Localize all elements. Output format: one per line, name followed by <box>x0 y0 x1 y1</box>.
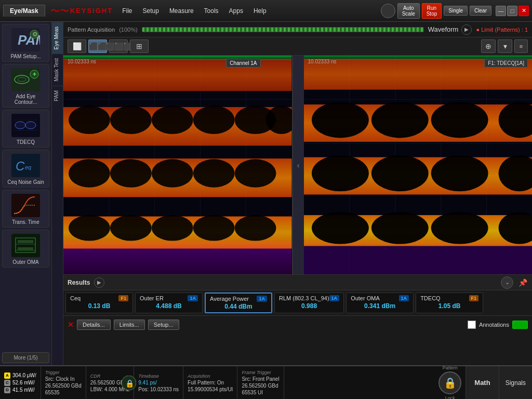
view-toolbar: ⬜ ⬛⬛ ⬛⬛⬛ ⊞ ⊕ ▾ ≡ <box>63 37 532 56</box>
results-collapse-button[interactable]: ⌄ <box>501 276 513 289</box>
svg-point-46 <box>110 159 152 187</box>
ch-d-indicator: D 41.5 mW/ <box>4 387 36 393</box>
signals-button[interactable]: Signals <box>499 366 532 399</box>
circle-button[interactable] <box>381 4 395 18</box>
channel-f1-display: 10.02333 ns F1: TDECQ[1A] <box>304 56 533 274</box>
pam-label: PAM Setup... <box>10 54 41 59</box>
ceq-label: Ceq Noise Gain <box>7 179 44 185</box>
results-play-button[interactable]: ▶ <box>94 277 104 288</box>
minimize-button[interactable]: — <box>496 6 506 16</box>
result-header-tdecq: TDECQ F1 <box>420 295 478 301</box>
more-button[interactable]: More (1/5) <box>2 352 49 363</box>
sidebar-item-outer-oma[interactable]: Outer OMA <box>2 230 49 268</box>
result-badge-tdecq: F1 <box>469 295 479 301</box>
details-button[interactable]: Details... <box>77 320 111 330</box>
menu-apps[interactable]: Apps <box>225 6 247 16</box>
sidebar-item-trans[interactable]: Trans. Time <box>2 190 49 228</box>
clear-button[interactable]: Clear <box>470 6 491 16</box>
menu-file[interactable]: File <box>118 6 136 16</box>
sidebar-item-tdecq[interactable]: TDECQ <box>2 110 49 148</box>
vertical-tabs: Eye Meas Mask Test PAM <box>52 22 63 365</box>
trans-svg <box>11 194 40 217</box>
result-header-outer-oma: Outer OMA 1A <box>351 295 409 301</box>
view-quad-button[interactable]: ⊞ <box>130 39 149 53</box>
result-header-ceq: Ceq F1 <box>70 295 128 301</box>
svg-point-80 <box>431 212 488 244</box>
menu-help[interactable]: Help <box>249 6 271 16</box>
trans-label: Trans. Time <box>12 219 39 225</box>
timebase-pos: Pos: 10.02333 ns <box>138 387 179 392</box>
acq-full-pattern: Full Pattern: On <box>188 380 233 385</box>
svg-point-48 <box>193 159 235 187</box>
view-single-button[interactable]: ⬜ <box>68 39 86 53</box>
results-label: Results <box>68 279 90 286</box>
svg-text:C: C <box>16 159 25 173</box>
annotations-area: Annotations <box>468 321 528 329</box>
ceq-icon: C eq <box>10 152 42 178</box>
ch-c-dot: C <box>4 380 10 386</box>
run-stop-button[interactable]: RunStop <box>422 3 442 19</box>
frame-trigger-src: Src: Front Panel <box>242 376 279 382</box>
green-status-indicator <box>512 321 528 329</box>
svg-text:+: + <box>33 71 36 78</box>
math-button[interactable]: Math <box>466 366 499 399</box>
vtab-mask-test[interactable]: Mask Test <box>52 54 63 86</box>
vtab-pam[interactable]: PAM <box>52 86 63 105</box>
svg-point-45 <box>69 159 110 187</box>
menu-dots-button[interactable]: ≡ <box>514 39 528 53</box>
svg-point-53 <box>193 215 235 241</box>
frame-trigger-section: Frame Trigger Src: Front Panel 26.562500… <box>237 366 284 399</box>
zoom-down-button[interactable]: ▾ <box>498 39 512 53</box>
collapse-panel-button[interactable]: ‹ <box>292 56 304 274</box>
svg-point-71 <box>371 102 428 138</box>
close-button[interactable]: ✕ <box>518 6 529 16</box>
ch-d-value: 41.5 mW/ <box>12 387 35 393</box>
pin-button[interactable]: 📌 <box>517 277 528 288</box>
auto-scale-button[interactable]: AutoScale <box>397 3 420 19</box>
sidebar-item-pam[interactable]: PAM ⚙ PAM Setup... <box>2 24 49 62</box>
acquisition-progress-fill <box>142 28 423 32</box>
sidebar-item-ceq[interactable]: C eq Ceq Noise Gain <box>2 150 49 188</box>
ch-a-indicator: A 304.0 μW/ <box>4 373 36 379</box>
timebase-ps: 9.41 ps/ <box>138 380 179 385</box>
svg-point-76 <box>431 155 488 191</box>
eye-contour-svg: + <box>11 68 40 91</box>
svg-text:eq: eq <box>25 164 32 170</box>
view-triple-button[interactable]: ⬛⬛⬛ <box>109 39 128 53</box>
trans-icon <box>10 192 42 218</box>
result-name-rlm: RLM (802.3 CL_94) <box>279 295 329 301</box>
result-name-outer-er: Outer ER <box>140 295 164 301</box>
sidebar-item-eye-contour[interactable]: + Add Eye Contour... <box>2 64 49 108</box>
outer-oma-icon <box>10 232 42 258</box>
menu-setup[interactable]: Setup <box>139 6 163 16</box>
acquisition-bar: Pattern Acquisition (100%) Waveform ▶ ● … <box>63 22 532 37</box>
limits-button[interactable]: Limits... <box>114 320 145 330</box>
acq-status-label: Acquisition <box>188 374 233 379</box>
acquisition-progress <box>142 27 424 32</box>
annotations-label: Annotations <box>479 322 509 328</box>
app-tab[interactable]: Eye/Mask <box>3 5 45 17</box>
window-controls: — □ ✕ <box>496 6 529 16</box>
menu-tools[interactable]: Tools <box>200 6 223 16</box>
single-button[interactable]: Single <box>444 6 468 16</box>
trigger-label: Trigger <box>45 370 82 375</box>
zoom-crosshair-button[interactable]: ⊕ <box>481 39 496 53</box>
tdecq-label: TDECQ <box>17 139 35 145</box>
view-dual-button[interactable]: ⬛⬛ <box>88 39 107 53</box>
pam-icon: PAM ⚙ <box>10 26 42 52</box>
menu-measure[interactable]: Measure <box>165 6 198 16</box>
frame-trigger-label: Frame Trigger <box>242 370 279 375</box>
svg-rect-65 <box>304 242 533 274</box>
waveform-play-button[interactable]: ▶ <box>461 24 472 35</box>
maximize-button[interactable]: □ <box>507 6 517 16</box>
ch-a-dot: A <box>4 373 10 379</box>
waveform-text: Waveform <box>428 25 459 33</box>
ceq-svg: C eq <box>11 154 40 177</box>
vtab-eye-meas[interactable]: Eye Meas <box>52 22 63 54</box>
frame-trigger-rate: 26.562500 GBd <box>242 383 279 389</box>
ch-c-indicator: C 52.6 mW/ <box>4 380 36 386</box>
result-header-avg-power: Average Power 1A <box>210 296 267 302</box>
annotations-checkbox[interactable] <box>468 321 476 329</box>
trigger-src: Src: Clock In <box>45 376 82 382</box>
setup-button[interactable]: Setup... <box>148 320 179 330</box>
